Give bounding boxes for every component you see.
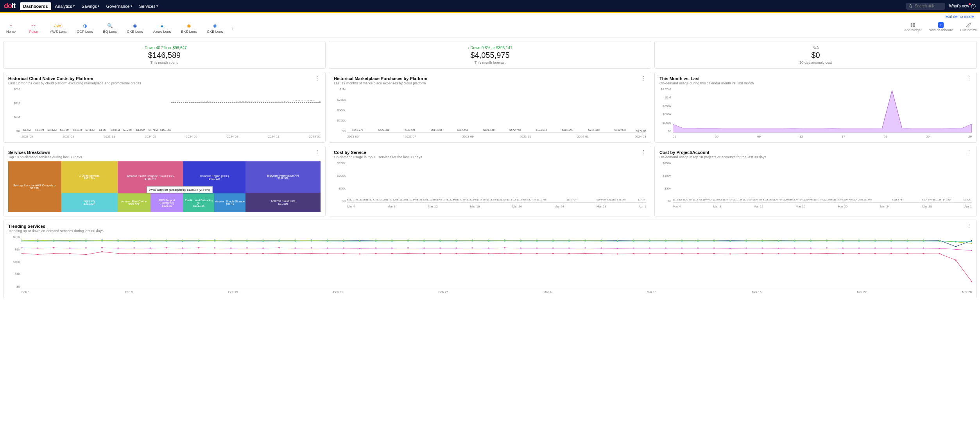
kpi-trend: ↓Down 9.8% or $396,141 <box>468 46 512 50</box>
svg-point-183 <box>955 241 957 242</box>
svg-point-267 <box>375 253 377 254</box>
svg-point-303 <box>955 259 957 261</box>
svg-point-181 <box>923 240 924 241</box>
widget-menu-button[interactable]: ⋮ <box>966 150 972 154</box>
azure-icon: ▲ <box>159 23 165 29</box>
widget-title: Cost by Project/Account <box>659 150 766 155</box>
whats-new-link[interactable]: What's new <box>949 4 976 9</box>
svg-point-279 <box>568 253 570 254</box>
widget-cost-by-project: Cost by Project/Account On-demand usage … <box>654 146 977 216</box>
lens-tab-azure-lens[interactable]: ▲Azure Lens <box>152 22 173 34</box>
svg-point-198 <box>230 248 232 249</box>
svg-point-259 <box>246 253 248 254</box>
nav-dashboards[interactable]: Dashboards <box>20 2 51 10</box>
search-field[interactable] <box>915 4 938 8</box>
svg-point-138 <box>230 240 232 241</box>
lens-tab-aws-lens[interactable]: awsAWS Lens <box>48 22 68 34</box>
treemap-cell[interactable]: Amazon CloudFront$91.59k <box>245 193 321 212</box>
svg-point-147 <box>375 240 377 241</box>
lens-tab-eks-lens[interactable]: ◉EKS Lens <box>179 22 198 34</box>
gke2-icon: ◉ <box>212 23 218 29</box>
svg-point-137 <box>214 240 216 241</box>
svg-point-235 <box>826 247 828 248</box>
treemap-cell[interactable]: AWS Support (Enterprise)$120.7kAWS Suppo… <box>150 193 183 212</box>
svg-point-199 <box>246 247 248 248</box>
help-icon <box>971 4 976 9</box>
treemap-cell[interactable]: Σ Other services$931.28k <box>61 161 118 193</box>
kpi-value: $146,589 <box>8 51 321 60</box>
svg-point-236 <box>842 248 844 249</box>
treemap-cell[interactable]: BigQuery Reservation API$288.53k <box>245 161 321 193</box>
chevron-down-icon: ▾ <box>98 4 99 8</box>
svg-point-179 <box>890 240 892 241</box>
svg-point-296 <box>842 253 844 254</box>
exit-demo-link[interactable]: Exit demo mode <box>0 13 980 20</box>
svg-point-234 <box>810 248 812 249</box>
widget-menu-button[interactable]: ⋮ <box>966 76 972 80</box>
treemap[interactable]: Savings Plans for AWS Compute u.$1.15MΣ … <box>8 161 321 212</box>
widget-title: Historical Cloud Native Costs by Platfor… <box>8 76 141 81</box>
svg-point-286 <box>681 253 683 254</box>
svg-point-228 <box>713 248 715 249</box>
svg-point-210 <box>423 248 425 249</box>
bq-icon: 🔍 <box>107 23 113 29</box>
treemap-cell[interactable]: Savings Plans for AWS Compute u.$1.15M <box>8 161 61 212</box>
lens-scroll-right[interactable]: › <box>231 25 233 31</box>
widget-menu-button[interactable]: ⋮ <box>315 76 321 80</box>
svg-point-140 <box>262 241 264 242</box>
search-input[interactable] <box>906 3 945 10</box>
svg-point-154 <box>487 240 489 241</box>
nav-services[interactable]: Services ▾ <box>136 2 161 10</box>
chevron-down-icon: ▾ <box>156 4 158 8</box>
svg-point-285 <box>665 253 667 254</box>
chevron-down-icon: ▾ <box>131 4 132 8</box>
widget-subtitle: Last 12 months cost by cloud platform ex… <box>8 81 141 85</box>
customize-button[interactable]: Customize <box>960 22 977 32</box>
add-widget-button[interactable]: Add widget <box>904 22 922 32</box>
svg-point-265 <box>343 253 345 254</box>
lens-tab-bq-lens[interactable]: 🔍BQ Lens <box>102 22 118 34</box>
chevron-down-icon: ▾ <box>73 4 75 8</box>
lens-tab-pulse[interactable]: 〰Pulse <box>26 22 41 34</box>
svg-point-242 <box>939 248 941 249</box>
widget-menu-button[interactable]: ⋮ <box>641 76 646 80</box>
svg-point-250 <box>101 251 103 252</box>
svg-point-158 <box>552 240 554 241</box>
svg-point-257 <box>214 253 216 254</box>
svg-point-266 <box>359 253 361 254</box>
kpi-card: ↓Down 9.8% or $396,141$4,055,975This mon… <box>329 41 651 69</box>
svg-point-209 <box>407 247 409 248</box>
nav-governance[interactable]: Governance ▾ <box>103 2 135 10</box>
widget-title: Trending Services <box>8 224 104 229</box>
nav-analytics[interactable]: Analytics ▾ <box>52 2 78 10</box>
treemap-cell[interactable]: BigQuery$261.43k <box>61 193 118 212</box>
lens-tab-gke-lens[interactable]: ◉GKE Lens <box>205 22 224 34</box>
treemap-cell[interactable]: Amazon Simple Storage$92.1k <box>214 193 245 212</box>
svg-point-190 <box>101 247 103 248</box>
widget-menu-button[interactable]: ⋮ <box>641 150 646 154</box>
svg-point-276 <box>520 253 522 254</box>
search-icon <box>908 4 913 9</box>
svg-point-189 <box>85 247 87 248</box>
svg-point-217 <box>536 248 538 249</box>
new-dashboard-button[interactable]: + New dashboard <box>928 22 953 32</box>
treemap-cell[interactable]: Amazon ElastiCache$184.95k <box>118 193 150 212</box>
svg-point-161 <box>600 240 602 241</box>
svg-point-281 <box>600 253 602 254</box>
widget-menu-button[interactable]: ⋮ <box>966 224 972 228</box>
svg-point-258 <box>230 253 232 254</box>
svg-point-290 <box>745 253 747 254</box>
svg-point-260 <box>262 253 264 254</box>
lens-tab-home[interactable]: ⌂Home <box>3 22 19 34</box>
widget-title: Cost by Service <box>334 150 422 155</box>
nav-savings[interactable]: Savings ▾ <box>79 2 102 10</box>
svg-point-188 <box>69 248 71 249</box>
lens-tab-gcp-lens[interactable]: ◑GCP Lens <box>75 22 94 34</box>
widget-title: Historical Marketplace Purchases by Plat… <box>334 76 427 81</box>
lens-tab-gke-lens[interactable]: ◉GKE Lens <box>125 22 145 34</box>
widget-menu-button[interactable]: ⋮ <box>315 150 321 154</box>
svg-point-231 <box>761 247 763 248</box>
svg-point-144 <box>326 240 328 241</box>
treemap-cell[interactable]: Elastic Load Balancing (E.$111.72k <box>183 193 214 212</box>
svg-point-219 <box>568 248 570 249</box>
